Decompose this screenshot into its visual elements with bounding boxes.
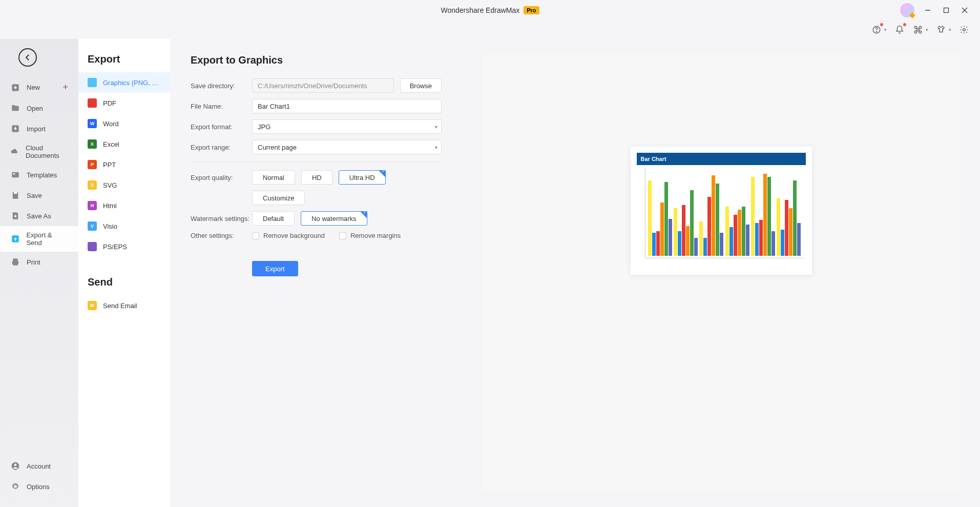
close-button[interactable] [960, 5, 970, 15]
format-label: Graphics (PNG, JPG et... [103, 79, 161, 87]
nav-save[interactable]: Save [0, 185, 78, 206]
label-export-format: Export format: [191, 123, 252, 131]
bell-icon[interactable] [894, 24, 905, 35]
nav-import[interactable]: Import [0, 118, 78, 139]
bar [656, 231, 660, 256]
pro-badge: Pro [524, 6, 539, 14]
back-button[interactable] [18, 48, 37, 67]
browse-button[interactable]: Browse [400, 78, 442, 93]
bar [742, 207, 745, 256]
bar-group [751, 174, 775, 256]
tshirt-icon[interactable] [935, 24, 947, 35]
preview-title: Bar Chart [637, 153, 806, 165]
print-icon [10, 257, 20, 267]
nav-print[interactable]: Print [0, 252, 78, 272]
quality-option[interactable]: Normal [252, 170, 295, 185]
nav-open[interactable]: Open [0, 98, 78, 118]
save-dir-input[interactable] [252, 78, 394, 93]
customize-button[interactable]: Customize [252, 191, 305, 205]
nav-templates[interactable]: Templates [0, 165, 78, 185]
svg-rect-1 [944, 8, 949, 13]
sidebar-mid: Export Graphics (PNG, JPG et...PDFWWordX… [78, 39, 170, 507]
nav-label: Save [27, 192, 42, 199]
format-item[interactable]: VVisio [78, 216, 170, 236]
sidebar-left: New + Open Import Cloud Documents Templa… [0, 39, 78, 507]
avatar[interactable] [900, 3, 914, 17]
label-export-range: Export range: [191, 144, 252, 151]
bar-group [674, 190, 698, 256]
gear-icon[interactable] [958, 24, 970, 35]
send-label: Send Email [103, 302, 137, 310]
format-icon: X [88, 139, 97, 149]
format-item[interactable]: HHtml [78, 195, 170, 216]
label-quality: Export quality: [191, 174, 252, 181]
help-icon[interactable] [871, 24, 882, 35]
nav-new[interactable]: New + [0, 77, 78, 98]
format-label: Visio [103, 222, 117, 230]
svg-rect-11 [14, 192, 17, 194]
bar [785, 200, 788, 256]
file-name-input[interactable] [252, 99, 442, 113]
label-file-name: File Name: [191, 103, 252, 110]
send-item[interactable]: ✉Send Email [78, 295, 170, 316]
bar [652, 233, 656, 256]
export-format-select[interactable] [252, 119, 442, 134]
nav-label: Import [27, 125, 46, 133]
svg-point-14 [14, 464, 17, 467]
nav-options[interactable]: Options [0, 476, 78, 497]
bar [729, 227, 733, 256]
format-item[interactable]: PDF [78, 93, 170, 113]
watermark-option[interactable]: No watermarks [301, 211, 367, 226]
import-icon [10, 124, 20, 134]
nav-label: Print [27, 258, 40, 266]
bar [648, 180, 652, 256]
chart [645, 168, 804, 258]
quality-option[interactable]: Ultra HD [339, 170, 386, 185]
format-icon [88, 78, 97, 87]
nav-cloud[interactable]: Cloud Documents [0, 139, 78, 165]
mail-icon: ✉ [88, 301, 97, 310]
cloud-icon [10, 147, 19, 157]
remove-margins-checkbox[interactable]: Remove margins [339, 232, 401, 239]
bar-group [777, 180, 801, 256]
watermark-option[interactable]: Default [252, 211, 295, 226]
export-range-select[interactable] [252, 140, 442, 154]
bar [789, 208, 793, 256]
bar [734, 215, 737, 256]
bar [772, 231, 775, 256]
nav-account[interactable]: Account [0, 456, 78, 476]
app-title: Wondershare EdrawMax [441, 6, 519, 14]
format-icon: V [88, 221, 97, 231]
format-icon: S [88, 180, 97, 190]
svg-point-5 [876, 31, 877, 32]
nav-label: Save As [27, 212, 51, 220]
nav-label: Cloud Documents [26, 144, 68, 159]
svg-rect-9 [12, 172, 19, 178]
bar [777, 198, 780, 256]
bar [751, 177, 755, 256]
command-icon[interactable] [912, 24, 924, 35]
quality-option[interactable]: HD [301, 170, 332, 185]
page-heading: Export to Graphics [191, 54, 442, 66]
export-icon [10, 234, 20, 244]
format-item[interactable]: WWord [78, 113, 170, 134]
chevron-down-icon: ▾ [926, 27, 928, 32]
maximize-button[interactable] [941, 5, 951, 15]
nav-label: Export & Send [26, 231, 68, 247]
format-item[interactable]: Graphics (PNG, JPG et... [78, 72, 170, 93]
nav-saveas[interactable]: Save As [0, 206, 78, 226]
export-button[interactable]: Export [252, 261, 298, 276]
minimize-button[interactable] [923, 5, 933, 15]
format-icon [88, 242, 97, 251]
remove-background-checkbox[interactable]: Remove background [252, 232, 325, 239]
format-item[interactable]: SSVG [78, 175, 170, 195]
format-item[interactable]: PPPT [78, 154, 170, 175]
bar-group [725, 207, 749, 256]
svg-rect-10 [13, 173, 15, 174]
plus-icon[interactable]: + [62, 82, 68, 93]
nav-export-send[interactable]: Export & Send [0, 226, 78, 252]
label-save-dir: Save directory: [191, 82, 252, 90]
chevron-down-icon: ▾ [884, 27, 887, 32]
format-item[interactable]: PS/EPS [78, 236, 170, 257]
format-item[interactable]: XExcel [78, 134, 170, 154]
